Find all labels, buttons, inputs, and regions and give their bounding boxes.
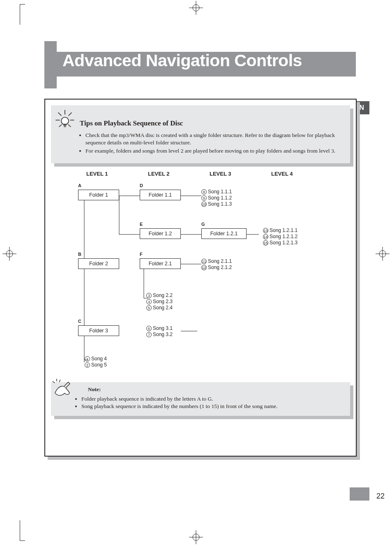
- folder-diagram: LEVEL 1 LEVEL 2 LEVEL 3 LEVEL 4: [62, 171, 339, 380]
- level-header: LEVEL 4: [271, 171, 293, 177]
- crop-mark-icon: [20, 4, 25, 25]
- note-bullet: Song playback sequence is indicated by t…: [81, 403, 343, 410]
- svg-line-19: [68, 125, 71, 127]
- svg-point-12: [61, 117, 69, 125]
- note-callout: Note: Folder playback sequence is indica…: [51, 382, 350, 416]
- folder-node: Folder 1: [78, 190, 119, 200]
- page-title: Advanced Navigation Controls: [62, 51, 302, 70]
- registration-mark-icon: [376, 247, 390, 261]
- song-group: 11Song 2.1.1 12Song 2.1.2: [201, 258, 232, 271]
- letter-label: D: [140, 183, 143, 188]
- registration-mark-icon: [189, 1, 203, 15]
- folder-node: Folder 2: [78, 258, 119, 269]
- letter-label: E: [140, 222, 143, 227]
- letter-label: A: [78, 183, 81, 188]
- level-header: LEVEL 2: [148, 171, 170, 177]
- song-group: 6Song 3.1 7Song 3.2: [146, 325, 173, 338]
- lightbulb-icon: [53, 108, 76, 132]
- level-header: LEVEL 1: [86, 171, 108, 177]
- page-title-bar: Advanced Navigation Controls: [44, 41, 356, 88]
- svg-line-22: [53, 381, 55, 383]
- content-panel: Tips on Playback Sequence of Disc Check …: [44, 99, 357, 457]
- svg-line-14: [58, 113, 61, 116]
- letter-label: G: [201, 222, 205, 227]
- svg-line-15: [69, 113, 71, 116]
- page-tab: [350, 487, 369, 501]
- tips-list: Check that the mp3/WMA disc is created w…: [80, 132, 343, 155]
- folder-node: Folder 3: [78, 325, 119, 336]
- manual-page: Advanced Navigation Controls EN Tips on …: [0, 0, 392, 545]
- tips-bullet: For example, folders and songs from leve…: [85, 147, 343, 155]
- registration-mark-icon: [2, 247, 16, 261]
- hand-writing-icon: [52, 379, 75, 400]
- letter-label: F: [140, 252, 143, 257]
- note-bullet: Folder playback sequence is indicated by…: [81, 395, 343, 403]
- folder-node: Folder 2.1: [140, 258, 181, 269]
- note-heading: Note:: [88, 386, 343, 393]
- svg-line-18: [59, 125, 62, 127]
- svg-line-21: [59, 380, 60, 382]
- note-list: Folder playback sequence is indicated by…: [76, 395, 343, 410]
- tips-heading: Tips on Playback Sequence of Disc: [80, 119, 343, 128]
- folder-node: Folder 1.1: [140, 190, 181, 200]
- song-group: 8Song 1.1.1 9Song 1.1.2 10Song 1.1.3: [201, 189, 232, 207]
- song-group: 3Song 2.2 4Song 2.3 5Song 2.4: [146, 292, 173, 311]
- letter-label: B: [78, 252, 81, 257]
- level-header: LEVEL 3: [210, 171, 231, 177]
- song-group: 1Song 4 2Song 5: [85, 356, 107, 368]
- tips-bullet: Check that the mp3/WMA disc is created w…: [85, 132, 343, 146]
- registration-mark-icon: [189, 530, 203, 544]
- folder-node: Folder 1.2.1: [201, 228, 247, 239]
- crop-mark-icon: [20, 520, 25, 541]
- song-group: 13Song 1.2.1.1 14Song 1.2.1.2 15Song 1.2…: [263, 227, 297, 246]
- letter-label: C: [78, 319, 81, 324]
- folder-node: Folder 1.2: [140, 228, 181, 239]
- page-number: 22: [376, 492, 385, 501]
- tips-callout: Tips on Playback Sequence of Disc Check …: [51, 105, 350, 163]
